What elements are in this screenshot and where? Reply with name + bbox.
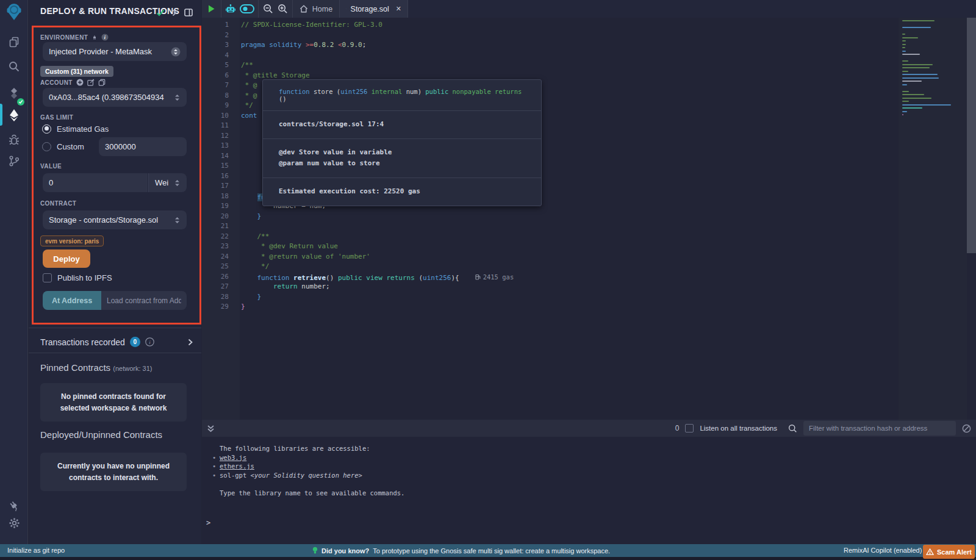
copilot-status[interactable]: RemixAI Copilot (enabled) xyxy=(844,547,922,554)
sign-message-icon[interactable] xyxy=(87,79,95,86)
custom-gas-input[interactable] xyxy=(99,137,187,156)
contract-select[interactable]: Storage - contracts/Storage.sol xyxy=(43,210,187,229)
transactions-info-icon: i xyxy=(145,337,154,346)
window-bottom-edge xyxy=(0,557,976,560)
file-explorer-icon[interactable] xyxy=(0,32,28,52)
clear-terminal-icon[interactable] xyxy=(962,424,971,433)
evm-version-badge: evm version: paris xyxy=(40,235,104,246)
publish-ipfs-checkbox[interactable] xyxy=(43,273,52,282)
solidity-file-icon xyxy=(346,5,346,13)
value-unit-select[interactable]: Wei xyxy=(148,173,187,192)
select-arrows-icon xyxy=(171,47,181,57)
tab-home[interactable]: Home xyxy=(293,0,340,18)
listen-transactions-checkbox[interactable] xyxy=(685,424,694,433)
terminal-toolbar: 0 Listen on all transactions xyxy=(202,420,976,437)
settings-icon[interactable] xyxy=(0,512,28,533)
deployed-empty-message: Currently you have no unpinned contracts… xyxy=(40,453,187,491)
ai-assistant-icon[interactable] xyxy=(225,4,236,14)
remix-logo[interactable] xyxy=(0,2,28,23)
info-icon: i xyxy=(101,34,109,41)
deploy-run-icon[interactable] xyxy=(0,105,28,126)
tooltip-cost: Estimated execution cost: 22520 gas xyxy=(263,178,541,206)
terminal[interactable]: The following libraries are accessible:•… xyxy=(202,437,976,544)
transactions-expand-icon[interactable] xyxy=(188,339,193,346)
deployed-contracts-heading: Deployed/Unpinned Contracts xyxy=(40,429,162,440)
value-input[interactable] xyxy=(43,173,148,192)
terminal-prompt[interactable]: > xyxy=(206,519,210,527)
copy-address-icon[interactable] xyxy=(98,79,106,86)
panel-pin-layout-icon[interactable] xyxy=(184,9,193,16)
search-icon[interactable] xyxy=(0,56,28,77)
solidity-compiler-icon[interactable] xyxy=(0,84,28,104)
select-arrows-icon xyxy=(174,216,181,224)
gas-limit-label: GAS LIMIT xyxy=(40,114,73,121)
terminal-tx-count: 0 xyxy=(675,424,680,433)
panel-forward-icon[interactable] xyxy=(172,9,177,16)
zoom-in-icon[interactable] xyxy=(278,4,288,14)
terminal-link[interactable]: web3.js xyxy=(220,454,246,461)
status-bar: Initialize as git repo Did you know? To … xyxy=(0,544,976,557)
listen-transactions-label: Listen on all transactions xyxy=(700,425,777,432)
main-area: Home Storage.sol ✕ 1// SPDX-License-Iden… xyxy=(202,0,976,544)
editor-toolbar: Home Storage.sol ✕ xyxy=(202,0,976,18)
custom-gas-label: Custom xyxy=(57,142,84,151)
git-icon[interactable] xyxy=(0,151,28,171)
tab-storage-sol[interactable]: Storage.sol ✕ xyxy=(340,0,408,18)
icon-rail xyxy=(0,0,28,544)
code-line: 4 xyxy=(202,51,897,61)
editor-scrollbar[interactable] xyxy=(967,18,976,253)
code-editor[interactable]: 1// SPDX-License-Identifier: GPL-3.023pr… xyxy=(202,18,976,437)
collapse-terminal-icon[interactable] xyxy=(207,425,215,433)
tooltip-doc: @dev Store value in variable @param num … xyxy=(263,139,541,178)
code-line: 23 * @dev Return value xyxy=(202,242,897,252)
at-address-input[interactable] xyxy=(101,291,187,310)
pinned-contracts-heading: Pinned Contracts (network: 31) xyxy=(40,362,152,373)
play-icon xyxy=(208,5,215,13)
transactions-count-badge: 0 xyxy=(130,337,140,347)
code-line: 24 * @return value of 'number' xyxy=(202,252,897,262)
code-line: 2 xyxy=(202,31,897,41)
scam-alert-button[interactable]: Scam Alert xyxy=(923,545,975,559)
custom-gas-radio[interactable] xyxy=(42,142,51,151)
tooltip-signature: function store (uint256 internal num) pu… xyxy=(263,80,541,111)
zoom-out-icon[interactable] xyxy=(263,4,273,14)
run-script-button[interactable] xyxy=(202,0,221,18)
warning-icon xyxy=(926,548,934,555)
close-tab-icon[interactable]: ✕ xyxy=(396,5,401,13)
gas-icon xyxy=(475,274,481,280)
deploy-button[interactable]: Deploy xyxy=(43,249,90,268)
contract-label: CONTRACT xyxy=(40,200,76,207)
debugger-icon[interactable] xyxy=(0,129,28,150)
did-you-know-tip: Did you know? To prototype using the Gno… xyxy=(312,547,610,555)
home-icon xyxy=(300,5,308,13)
select-arrows-icon xyxy=(174,93,181,102)
transactions-recorded-row: Transactions recorded 0 i xyxy=(40,337,193,347)
publish-ipfs-label: Publish to IPFS xyxy=(57,273,112,282)
code-line: 20 } xyxy=(202,212,897,222)
environment-select[interactable]: Injected Provider - MetaMask xyxy=(43,42,187,61)
add-account-icon[interactable] xyxy=(76,79,84,86)
transaction-filter-input[interactable] xyxy=(803,421,956,436)
code-line: 27 return number; xyxy=(202,282,897,292)
remix-ide-window: DEPLOY & RUN TRANSACTIONS ENVIRONMENT i … xyxy=(0,0,976,560)
terminal-search-icon xyxy=(788,424,797,433)
at-address-button[interactable]: At Address xyxy=(43,291,101,310)
function-tooltip: function store (uint256 internal num) pu… xyxy=(262,79,542,206)
gas-estimate-badge: 2415 gas xyxy=(475,272,514,282)
code-line: 3pragma solidity >=0.8.2 <0.9.0; xyxy=(202,40,897,51)
account-select[interactable]: 0xA03...85ac4 (0.398673504934 xyxy=(43,88,187,107)
code-line: 5/** xyxy=(202,60,897,71)
panel-check-icon xyxy=(156,9,165,16)
estimated-gas-radio[interactable] xyxy=(42,124,51,134)
terminal-output: The following libraries are accessible:•… xyxy=(202,437,976,497)
code-line: 28 } xyxy=(202,292,897,303)
git-init-button[interactable]: Initialize as git repo xyxy=(7,547,65,554)
lightbulb-icon xyxy=(312,547,318,555)
svg-text:i: i xyxy=(149,339,151,345)
estimated-gas-label: Estimated Gas xyxy=(57,124,109,134)
copilot-toggle[interactable] xyxy=(240,4,254,13)
terminal-link[interactable]: ethers.js xyxy=(220,462,254,470)
tooltip-location: contracts/Storage.sol 17:4 xyxy=(263,111,541,139)
code-line: 22 /** xyxy=(202,232,897,242)
plug-icon xyxy=(92,34,98,41)
